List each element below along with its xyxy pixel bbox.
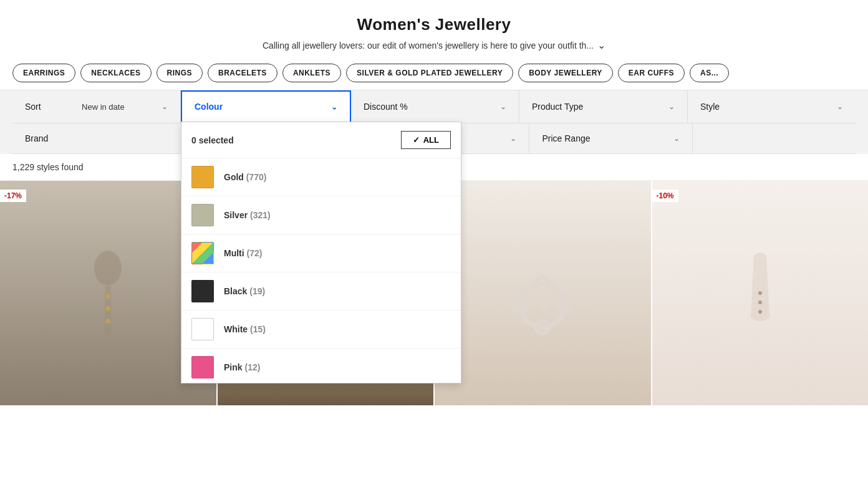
filter-style-label: Style: [700, 102, 720, 112]
page-title-area: Women's Jewellery Calling all jewellery …: [0, 0, 868, 56]
check-mark: ✓: [413, 135, 420, 145]
product-image-4: [652, 181, 869, 405]
svg-point-12: [758, 301, 762, 304]
product-silhouette-3: [511, 231, 574, 355]
discount-badge-4: -10%: [652, 190, 678, 202]
product-silhouette-4: [735, 231, 785, 355]
colour-swatch-white: [191, 318, 214, 340]
svg-point-0: [94, 251, 122, 286]
svg-point-4: [105, 319, 110, 324]
filter-discount[interactable]: Discount % ⌄: [351, 90, 519, 123]
chevron-down-icon: ⌄: [673, 134, 680, 143]
filter-product-type-label: Product Type: [532, 102, 583, 112]
svg-point-10: [538, 301, 547, 311]
colour-label-black: Black (19): [224, 286, 265, 296]
filter-colour-label: Colour: [195, 102, 223, 112]
colour-option-white[interactable]: White (15): [181, 311, 461, 349]
filter-price-range[interactable]: Price Range ⌄: [529, 123, 693, 153]
subtitle-expand-icon[interactable]: ⌄: [597, 39, 605, 51]
category-pill-as---[interactable]: AS...: [690, 64, 729, 82]
category-pill-rings[interactable]: RINGS: [157, 64, 203, 82]
filter-sort-label: Sort: [25, 102, 41, 112]
colour-label-pink: Pink (12): [224, 362, 260, 372]
all-label: ALL: [423, 135, 439, 145]
colour-swatch-gold: [191, 166, 214, 188]
chevron-down-icon: ⌄: [668, 102, 675, 111]
colour-swatch-silver: [191, 204, 214, 226]
filter-colour[interactable]: Colour ⌃ 0 selected ✓ ALL Gold (770): [181, 90, 351, 123]
page-title: Women's Jewellery: [12, 15, 856, 34]
category-nav: EARRINGSNECKLACESRINGSBRACELETSANKLETSSI…: [0, 56, 868, 90]
filter-brand-label: Brand: [25, 133, 48, 143]
colour-label-white: White (15): [224, 324, 266, 334]
filter-sort[interactable]: Sort New in date ⌄: [12, 90, 181, 123]
svg-point-13: [758, 310, 762, 314]
colour-label-silver: Silver (321): [224, 210, 271, 220]
colour-swatch-multi: [191, 242, 214, 264]
chevron-down-icon: ⌄: [500, 102, 506, 111]
colour-label-gold: Gold (770): [224, 172, 266, 182]
svg-point-11: [758, 291, 762, 295]
svg-point-3: [105, 306, 110, 311]
colour-option-multi[interactable]: Multi (72): [181, 234, 461, 272]
colour-option-pink[interactable]: Pink (12): [181, 349, 461, 383]
colour-option-black[interactable]: Black (19): [181, 272, 461, 311]
filter-product-type[interactable]: Product Type ⌄: [519, 90, 688, 123]
colour-label-multi: Multi (72): [224, 248, 262, 258]
filter-brand[interactable]: Brand ⌄: [12, 123, 203, 153]
colour-swatch-black: [191, 280, 214, 302]
filter-style[interactable]: Style ⌄: [688, 90, 856, 123]
chevron-up-icon: ⌃: [331, 102, 337, 111]
colour-option-silver[interactable]: Silver (321): [181, 196, 461, 234]
product-card-3[interactable]: -10%: [433, 181, 651, 405]
product-card-4[interactable]: -10%: [651, 181, 869, 405]
category-pill-anklets[interactable]: ANKLETS: [282, 64, 341, 82]
category-pill-necklaces[interactable]: NECKLACES: [80, 64, 151, 82]
filter-price-range-label: Price Range: [542, 133, 590, 143]
page-subtitle: Calling all jewellery lovers: our edit o…: [12, 39, 856, 51]
filter-sort-value: New in date: [82, 102, 125, 112]
chevron-down-icon: ⌄: [162, 102, 168, 111]
category-pill-earrings[interactable]: EARRINGS: [12, 64, 75, 82]
colour-list: Gold (770) Silver (321) Multi (72): [181, 158, 461, 383]
selected-count: 0 selected: [191, 135, 234, 145]
category-pill-bracelets[interactable]: BRACELETS: [208, 64, 277, 82]
filters-row-1: Sort New in date ⌄ Colour ⌃ 0 selected ✓…: [12, 90, 856, 123]
filters-bar: Sort New in date ⌄ Colour ⌃ 0 selected ✓…: [0, 90, 868, 154]
chevron-down-icon: ⌄: [510, 134, 516, 143]
product-image-3: [435, 181, 651, 405]
discount-badge-1: -17%: [0, 190, 26, 202]
category-pill-ear-cuffs[interactable]: EAR CUFFS: [618, 64, 685, 82]
colour-dropdown: 0 selected ✓ ALL Gold (770) Sil: [181, 122, 461, 383]
chevron-down-icon: ⌄: [837, 102, 843, 111]
colour-swatch-pink: [191, 356, 214, 378]
results-count: 1,229 styles found: [12, 162, 84, 172]
all-button[interactable]: ✓ ALL: [401, 131, 451, 149]
svg-point-2: [105, 294, 110, 299]
dropdown-header: 0 selected ✓ ALL: [181, 122, 461, 158]
product-silhouette-1: [83, 231, 133, 355]
colour-option-gold[interactable]: Gold (770): [181, 158, 461, 196]
category-pill-silver---gold-plated-jewellery[interactable]: SILVER & GOLD PLATED JEWELLERY: [346, 64, 513, 82]
subtitle-text: Calling all jewellery lovers: our edit o…: [263, 41, 594, 51]
category-pill-body-jewellery[interactable]: BODY JEWELLERY: [518, 64, 613, 82]
filter-discount-label: Discount %: [364, 102, 408, 112]
